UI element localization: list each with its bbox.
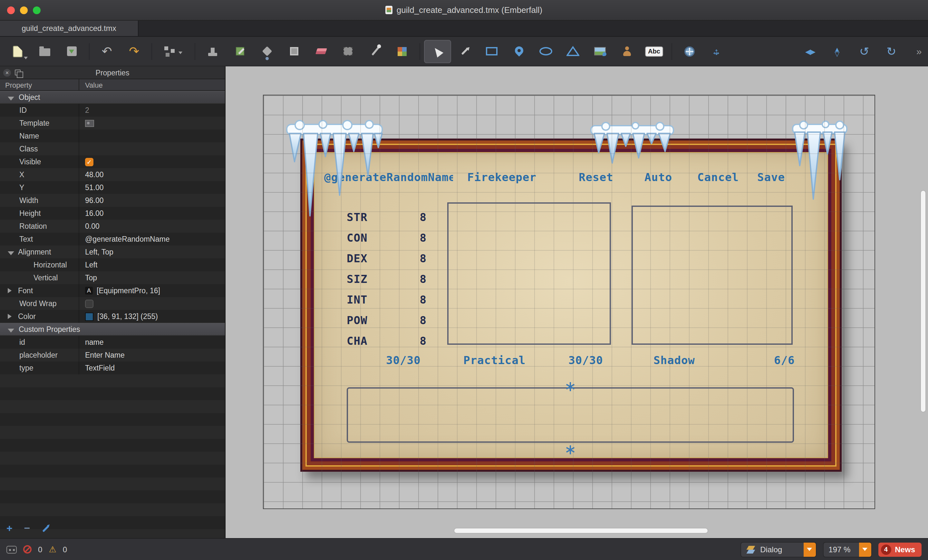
add-property-button[interactable] (6, 523, 12, 534)
stat-label[interactable]: POW (347, 314, 367, 327)
redo-button[interactable] (121, 40, 148, 63)
remove-property-button[interactable] (24, 523, 30, 534)
move-tool[interactable] (703, 40, 730, 63)
property-row-color[interactable]: Color [36, 91, 132] (255) (0, 310, 225, 323)
horizontal-scrollbar[interactable] (454, 528, 708, 534)
property-row-font[interactable]: Font [EquipmentPro, 16] (0, 284, 225, 297)
vertical-scrollbar[interactable] (920, 190, 926, 412)
object-rectangle-shadow[interactable] (632, 206, 793, 345)
select-objects-tool[interactable] (424, 40, 451, 63)
property-row-x[interactable]: X 48.00 (0, 168, 225, 181)
export-tool[interactable] (58, 40, 85, 63)
insert-rectangle-tool[interactable] (478, 40, 505, 63)
insert-ellipse-tool[interactable] (532, 40, 559, 63)
insert-polygon-tool[interactable] (559, 40, 586, 63)
property-group-object[interactable]: Object (0, 91, 225, 104)
property-group-custom-properties[interactable]: Custom Properties (0, 323, 225, 336)
edit-polygons-tool[interactable] (451, 40, 478, 63)
guild-create-dialog[interactable]: @generateRandomName Firekeeper Reset Aut… (300, 139, 842, 472)
property-row-visible[interactable]: Visible (0, 155, 225, 168)
undo-button[interactable] (93, 40, 121, 63)
property-row-word-wrap[interactable]: Word Wrap (0, 297, 225, 310)
object-description-box[interactable] (347, 387, 794, 443)
property-row-custom-id[interactable]: id name (0, 336, 225, 349)
zoom-window-button[interactable] (33, 6, 41, 14)
property-row-alignment[interactable]: Alignment Left, Top (0, 246, 225, 258)
eraser-tool[interactable] (307, 40, 334, 63)
rectangular-select-tool[interactable] (334, 40, 362, 63)
summary-points-2[interactable]: 30/30 (568, 354, 603, 367)
word-wrap-checkbox[interactable] (85, 299, 93, 308)
automapping-tool[interactable] (156, 40, 191, 63)
open-file-tool[interactable] (31, 40, 58, 63)
error-icon[interactable] (23, 545, 32, 554)
bucket-fill-tool[interactable] (253, 40, 280, 63)
property-row-custom-type[interactable]: type TextField (0, 362, 225, 374)
stat-label[interactable]: CHA (347, 334, 367, 347)
property-row-width[interactable]: Width 96.00 (0, 194, 225, 207)
stat-value[interactable]: 8 (397, 231, 427, 244)
chevron-down-icon[interactable] (859, 542, 871, 557)
close-window-button[interactable] (7, 6, 15, 14)
flip-horizontal-button[interactable] (797, 40, 824, 63)
property-row-rotation[interactable]: Rotation 0.00 (0, 220, 225, 233)
visible-checkbox[interactable] (85, 157, 93, 166)
property-row-id[interactable]: ID 2 (0, 104, 225, 117)
chevron-down-icon[interactable] (8, 251, 14, 255)
news-button[interactable]: 4 News (878, 542, 922, 557)
new-file-tool[interactable] (4, 40, 31, 63)
property-row-vertical[interactable]: Vertical Top (0, 271, 225, 284)
object-rectangle-practical[interactable] (447, 202, 611, 345)
chevron-right-icon[interactable] (8, 314, 14, 319)
same-tile-select-tool[interactable] (389, 40, 416, 63)
map-canvas[interactable]: @generateRandomName Firekeeper Reset Aut… (226, 66, 928, 538)
stat-value[interactable]: 8 (397, 273, 427, 285)
stat-value[interactable]: 8 (397, 293, 427, 306)
edit-property-button[interactable] (42, 525, 49, 532)
layer-dropdown[interactable]: Dialog (740, 542, 816, 557)
insert-template-tool[interactable] (614, 40, 641, 63)
stat-label[interactable]: INT (347, 293, 367, 306)
property-row-text[interactable]: Text @generateRandomName (0, 233, 225, 246)
warning-icon[interactable] (49, 545, 56, 554)
summary-points[interactable]: 30/30 (386, 354, 420, 367)
minimize-window-button[interactable] (20, 6, 28, 14)
world-tool[interactable] (676, 40, 703, 63)
zoom-dropdown[interactable]: 197 % (823, 542, 872, 557)
object-auto-button[interactable]: Auto (644, 171, 672, 184)
stat-label[interactable]: STR (347, 211, 367, 224)
color-swatch[interactable] (85, 312, 93, 320)
stat-label[interactable]: SIZ (347, 273, 367, 285)
property-row-custom-placeholder[interactable]: placeholder Enter Name (0, 349, 225, 362)
rotate-right-button[interactable] (878, 40, 905, 63)
object-name-textfield[interactable]: @generateRandomName (324, 171, 453, 185)
stat-value[interactable]: 8 (397, 334, 427, 347)
stat-label[interactable]: DEX (347, 252, 367, 265)
summary-slots[interactable]: 6/6 (774, 354, 795, 367)
object-firekeeper-label[interactable]: Firekeeper (467, 171, 536, 184)
float-panel-icon[interactable] (15, 70, 21, 75)
map-area[interactable]: @generateRandomName Firekeeper Reset Aut… (263, 95, 875, 509)
insert-text-tool[interactable]: Abc (641, 40, 668, 63)
close-panel-icon[interactable] (3, 69, 11, 76)
property-row-height[interactable]: Height 16.00 (0, 207, 225, 220)
object-reset-button[interactable]: Reset (579, 171, 613, 184)
stat-value[interactable]: 8 (397, 211, 427, 224)
chevron-down-icon[interactable] (803, 542, 815, 557)
stat-label[interactable]: CON (347, 231, 367, 244)
summary-practical[interactable]: Practical (463, 354, 525, 367)
insert-point-tool[interactable] (505, 40, 532, 63)
terrain-brush-tool[interactable] (226, 40, 253, 63)
property-row-class[interactable]: Class (0, 142, 225, 155)
summary-shadow[interactable]: Shadow (653, 354, 695, 367)
chevron-right-icon[interactable] (8, 288, 14, 293)
stat-value[interactable]: 8 (397, 314, 427, 327)
object-save-button[interactable]: Save (757, 171, 785, 184)
shape-fill-tool[interactable] (280, 40, 307, 63)
property-row-horizontal[interactable]: Horizontal Left (0, 258, 225, 271)
property-row-y[interactable]: Y 51.00 (0, 181, 225, 194)
toolbar-overflow-button[interactable] (911, 40, 927, 63)
stamp-brush-tool[interactable] (199, 40, 226, 63)
stat-value[interactable]: 8 (397, 252, 427, 265)
insert-tile-tool[interactable] (586, 40, 614, 63)
